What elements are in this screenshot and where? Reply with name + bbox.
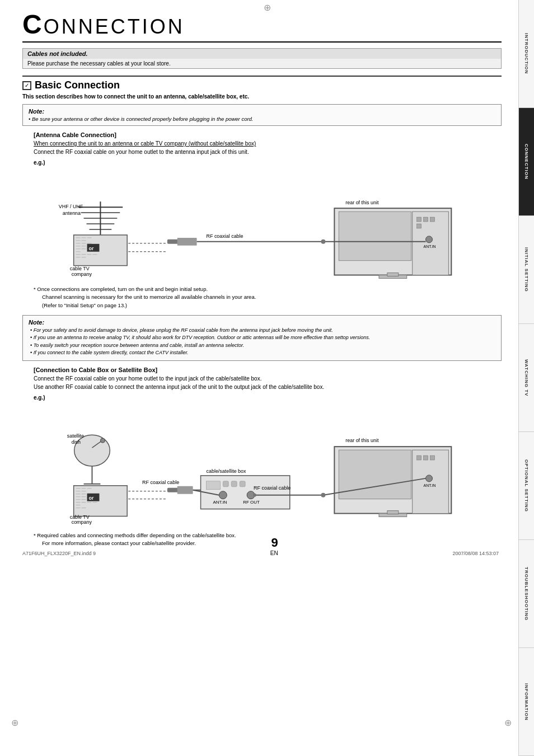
cable-line2: Use another RF coaxial cable to connect … [34,384,502,390]
svg-point-47 [321,240,325,244]
svg-rect-104 [417,456,421,460]
asterisk1-line2: Channel scanning is necessary for the un… [34,293,490,301]
svg-rect-88 [231,481,237,487]
svg-text:RF coaxial cable: RF coaxial cable [254,485,291,491]
tab-connection-label: CONNECTION [524,144,529,180]
note1-text: • Be sure your antenna or other device i… [29,116,495,122]
svg-text:cable/satellite box: cable/satellite box [206,468,246,474]
cables-subtitle: Please purchase the necessary cables at … [23,59,501,68]
svg-rect-41 [424,217,428,222]
svg-point-90 [219,491,227,499]
svg-rect-59 [74,486,128,516]
svg-rect-89 [240,481,245,487]
svg-text:ANT.IN: ANT.IN [213,499,227,504]
svg-point-98 [253,493,256,496]
tab-troubleshooting-label: TROUBLESHOOTING [524,567,529,621]
main-content: C ONNECTION Cables not included. Please … [0,0,518,562]
tab-introduction-label: INTRODUCTION [524,33,529,74]
svg-text:cable TV: cable TV [70,266,90,271]
cable-diagram-svg: satellite dish or [34,403,490,526]
cables-subtitle-text: Please purchase the necessary cables at … [27,60,171,67]
svg-rect-42 [430,217,435,222]
svg-rect-82 [167,488,179,492]
tab-information[interactable]: INFORMATION [519,648,534,756]
page-number: 9 [270,536,278,550]
svg-text:RF coaxial cable: RF coaxial cable [206,233,243,239]
svg-rect-32 [167,240,179,244]
tab-optional-setting-label: OPTIONAL SETTING [524,459,529,512]
antenna-section-title: [Antenna Cable Connection] [34,132,502,138]
note2-item-1: For your safety and to avoid damage to d… [29,327,495,335]
antenna-line1-text: When connecting the unit to an antenna o… [34,140,256,147]
print-mark-right: ⊕ [504,717,512,728]
svg-rect-83 [177,486,193,494]
page-header: C ONNECTION [22,11,502,43]
svg-rect-106 [430,456,435,460]
tab-connection[interactable]: CONNECTION [519,108,534,216]
cable-section-title: [Connection to Cable Box or Satellite Bo… [34,367,502,373]
antenna-line1: When connecting the unit to an antenna o… [34,140,502,147]
svg-text:cable TV: cable TV [70,514,90,519]
svg-text:satellite: satellite [67,433,84,439]
print-mark-left: ⊕ [11,717,18,728]
footer-left: A71F6UH_FLX3220F_EN.indd 9 [22,551,96,556]
svg-rect-112 [387,510,399,514]
tab-watching-tv-label: WATCHING TV [524,359,529,396]
svg-rect-43 [417,224,421,228]
svg-text:or: or [89,495,94,500]
antenna-diagram-svg: VHF / UHF antenna [34,168,490,280]
svg-point-44 [426,236,433,243]
svg-text:antenna: antenna [63,210,81,216]
svg-text:rear of this unit: rear of this unit [345,438,379,443]
svg-rect-40 [417,217,421,222]
svg-rect-87 [223,481,228,487]
svg-text:VHF / UHF: VHF / UHF [59,204,83,209]
svg-rect-102 [339,450,411,499]
cables-title: Cables not included. [23,49,501,59]
tab-initial-setting-label: INITIAL SETTING [524,247,529,292]
page-title-c: C [22,11,44,38]
section-desc: This section describes how to connect th… [22,93,502,100]
page-title-rest: ONNECTION [44,15,185,39]
section-title: Basic Connection [35,79,120,91]
check-icon: ✓ [22,81,31,90]
tab-information-label: INFORMATION [524,683,529,721]
svg-rect-38 [339,212,411,261]
note2-title: Note: [29,319,495,326]
tab-troubleshooting[interactable]: TROUBLESHOOTING [519,540,534,648]
footer: A71F6UH_FLX3220F_EN.indd 9 9 EN 2007/08/… [22,536,499,556]
eg-label-2: e.g.) [34,395,490,401]
svg-text:company: company [72,271,92,277]
tab-optional-setting[interactable]: OPTIONAL SETTING [519,432,534,540]
svg-text:ANT.IN: ANT.IN [424,483,436,487]
page-title: C ONNECTION [22,11,502,39]
svg-text:rear of this unit: rear of this unit [345,200,379,205]
note2-item-4: If you connect to the cable system direc… [29,349,495,357]
antenna-line2: Connect the RF coaxial cable on your hom… [34,149,502,155]
svg-point-107 [426,475,433,482]
tab-introduction[interactable]: INTRODUCTION [519,0,534,108]
svg-text:or: or [89,246,94,251]
cable-diagram: e.g.) satellite dish [34,395,490,527]
cable-line1: Connect the RF coaxial cable on your hom… [34,375,502,382]
footer-right: 2007/08/08 14:53:07 [452,551,499,556]
eg-label-1: e.g.) [34,159,490,166]
note2-item-3: To easily switch your reception source b… [29,342,495,350]
svg-text:company: company [72,519,92,525]
svg-rect-86 [206,481,220,490]
cables-title-text: Cables not included. [27,50,88,57]
asterisk1-line3: (Refer to "Initial Setup" on page 13.) [34,302,490,309]
svg-rect-49 [387,273,399,276]
svg-point-56 [100,438,105,443]
tab-watching-tv[interactable]: WATCHING TV [519,324,534,432]
note-box-1: Note: • Be sure your antenna or other de… [22,104,502,126]
note2-list: For your safety and to avoid damage to d… [29,327,495,357]
svg-text:RF OUT: RF OUT [243,499,260,504]
asterisk-note-1: * Once connections are completed, turn o… [34,285,490,309]
svg-point-110 [321,493,325,497]
page-lang: EN [270,550,278,556]
svg-rect-105 [424,456,428,460]
note1-title: Note: [29,108,495,115]
note2-item-2: If you use an antenna to receive analog … [29,334,495,342]
tab-initial-setting[interactable]: INITIAL SETTING [519,216,534,324]
